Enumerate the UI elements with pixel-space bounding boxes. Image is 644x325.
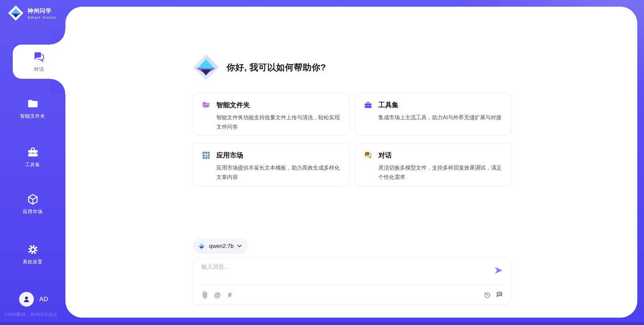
card-chat[interactable]: 对话 灵活切换多模型文件，支持多样回复效果调试，满足个性化需求 <box>355 143 511 186</box>
card-title: 应用市场 <box>216 151 243 160</box>
card-title: 对话 <box>378 151 392 160</box>
avatar[interactable] <box>19 292 34 307</box>
main-panel: 你好, 我可以如何帮助你? 智能文件夹 智能文件夹功能支持批量文件上传与清洗，轻… <box>65 7 637 318</box>
send-icon[interactable] <box>494 266 503 275</box>
app-brand: 神州问学 Smart Vision <box>7 5 56 21</box>
sidebar-item-smart-folder[interactable]: 智能文件夹 <box>0 94 65 122</box>
sidebar-item-app-market[interactable]: 应用市场 <box>0 190 65 218</box>
app-name: 神州问学 <box>28 7 56 15</box>
chevron-down-icon <box>237 245 242 248</box>
app-subtitle: Smart Vision <box>28 15 56 19</box>
sidebar-item-toolset[interactable]: 工具集 <box>0 143 65 171</box>
card-description: 灵活切换多模型文件，支持多样回复效果调试，满足个性化需求 <box>378 163 506 182</box>
greeting-title: 你好, 我可以如何帮助你? <box>226 62 326 73</box>
sidebar-item-label: 应用市场 <box>23 209 43 215</box>
card-description: 智能文件夹功能支持批量文件上传与清洗，轻松实现文件问答 <box>216 113 344 132</box>
sidebar: 神州问学 Smart Vision 对话 智能文件夹 <box>0 0 65 325</box>
briefcase-icon <box>26 146 39 159</box>
user-initials: AD <box>39 296 48 303</box>
greeting: 你好, 我可以如何帮助你? <box>192 54 326 81</box>
message-input[interactable] <box>201 263 483 282</box>
attach-file-icon[interactable] <box>201 290 209 299</box>
card-title: 工具集 <box>378 101 398 110</box>
history-icon[interactable] <box>484 290 491 299</box>
apps-grid-icon <box>202 151 210 159</box>
cube-icon <box>26 193 39 206</box>
model-name: qwen2:7b <box>209 243 234 250</box>
sidebar-item-chat[interactable]: 对话 <box>13 45 65 79</box>
sidebar-item-label: 系统设置 <box>23 259 43 265</box>
model-selector[interactable]: qwen2:7b <box>193 239 248 254</box>
app-logo-icon <box>7 5 24 21</box>
model-logo-icon <box>198 242 206 250</box>
message-composer: @ # <box>193 257 511 305</box>
sidebar-footer: ©神州数码 · 神州问学出品 <box>4 312 57 318</box>
sidebar-item-settings[interactable]: 系统设置 <box>0 240 65 268</box>
greeting-logo-icon <box>192 54 220 81</box>
chat-bubbles-icon <box>364 151 372 159</box>
feature-cards: 智能文件夹 智能文件夹功能支持批量文件上传与清洗，轻松实现文件问答 工具集 集成… <box>193 93 511 186</box>
card-description: 应用市场提供丰富长文本模板，助力高效生成多样化文章内容 <box>216 163 344 182</box>
card-toolset[interactable]: 工具集 集成市场上主流工具，助力AI与外界无缝扩展与对接 <box>355 93 511 135</box>
card-app-market[interactable]: 应用市场 应用市场提供丰富长文本模板，助力高效生成多样化文章内容 <box>193 143 349 186</box>
active-tab-curve-top <box>50 29 65 45</box>
mention-icon[interactable]: @ <box>214 290 221 299</box>
hashtag-icon[interactable]: # <box>226 290 233 299</box>
active-tab-curve-bottom <box>50 79 65 94</box>
card-title: 智能文件夹 <box>216 101 250 110</box>
user-account[interactable]: AD <box>19 292 48 307</box>
card-smart-folder[interactable]: 智能文件夹 智能文件夹功能支持批量文件上传与清洗，轻松实现文件问答 <box>193 93 349 135</box>
chat-bubbles-icon <box>33 51 46 64</box>
sidebar-item-label: 工具集 <box>25 162 40 168</box>
folder-open-icon <box>202 101 210 109</box>
gear-icon <box>26 243 39 256</box>
folder-icon <box>26 97 39 110</box>
composer-toolbar: @ # <box>201 285 503 305</box>
message-icon[interactable] <box>496 290 503 299</box>
briefcase-icon <box>364 101 372 109</box>
card-description: 集成市场上主流工具，助力AI与外界无缝扩展与对接 <box>378 113 506 122</box>
sidebar-item-label: 智能文件夹 <box>20 113 45 119</box>
bottom-bar <box>0 322 644 325</box>
sidebar-item-label: 对话 <box>34 66 44 72</box>
